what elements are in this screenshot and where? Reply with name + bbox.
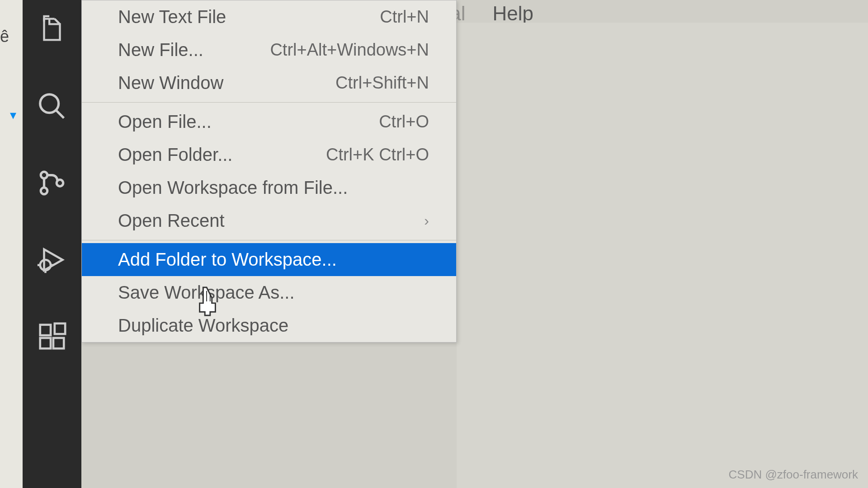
chevron-right-icon: ›	[424, 212, 429, 229]
menu-item-new-window[interactable]: New Window Ctrl+Shift+N	[82, 66, 456, 99]
menubar-help[interactable]: Help	[493, 2, 534, 25]
activity-bar	[23, 0, 81, 488]
svg-point-2	[41, 172, 47, 178]
svg-point-3	[41, 188, 47, 194]
menu-separator	[82, 102, 456, 103]
menu-label: Open File...	[118, 112, 212, 132]
menu-item-add-folder-to-workspace[interactable]: Add Folder to Workspace...	[82, 243, 456, 276]
editor-left-edge: ê ▾	[0, 0, 23, 488]
source-control-icon[interactable]	[36, 167, 68, 199]
left-edge-char: ê	[0, 27, 9, 46]
menu-shortcut: Ctrl+Shift+N	[335, 73, 429, 93]
editor-area	[457, 23, 868, 488]
menu-label: Open Recent	[118, 211, 225, 231]
menu-item-new-file[interactable]: New File... Ctrl+Alt+Windows+N	[82, 33, 456, 66]
menu-label: New Window	[118, 73, 223, 93]
svg-point-0	[40, 94, 59, 113]
file-dropdown-menu: New Text File Ctrl+N New File... Ctrl+Al…	[81, 0, 457, 343]
menu-separator	[82, 240, 456, 240]
svg-line-1	[56, 110, 64, 118]
menu-label: Duplicate Workspace	[118, 315, 288, 336]
menu-item-open-workspace-from-file[interactable]: Open Workspace from File...	[82, 171, 456, 204]
menu-item-open-folder[interactable]: Open Folder... Ctrl+K Ctrl+O	[82, 138, 456, 171]
svg-point-4	[57, 180, 63, 187]
menu-label: Open Folder...	[118, 145, 232, 165]
menu-item-new-text-file[interactable]: New Text File Ctrl+N	[82, 0, 456, 33]
svg-rect-13	[55, 324, 65, 334]
menu-label: New Text File	[118, 7, 226, 27]
menu-label: Save Workspace As...	[118, 282, 295, 303]
menu-label: New File...	[118, 40, 203, 60]
menu-item-open-file[interactable]: Open File... Ctrl+O	[82, 105, 456, 138]
menu-item-open-recent[interactable]: Open Recent ›	[82, 204, 456, 237]
menu-label: Open Workspace from File...	[118, 178, 348, 198]
svg-rect-12	[53, 338, 64, 348]
search-icon[interactable]	[36, 90, 68, 122]
svg-rect-10	[40, 325, 51, 335]
menu-shortcut: Ctrl+K Ctrl+O	[326, 145, 429, 164]
menu-item-save-workspace-as[interactable]: Save Workspace As...	[82, 276, 456, 309]
svg-rect-11	[40, 338, 51, 348]
extensions-icon[interactable]	[36, 321, 68, 352]
run-debug-icon[interactable]	[36, 244, 68, 276]
menu-label: Add Folder to Workspace...	[118, 249, 337, 270]
menu-item-duplicate-workspace[interactable]: Duplicate Workspace	[82, 309, 456, 342]
watermark-text: CSDN @zfoo-framework	[729, 468, 858, 482]
menu-shortcut: Ctrl+N	[380, 7, 429, 27]
left-edge-marker: ▾	[10, 108, 16, 122]
explorer-icon[interactable]	[36, 14, 68, 45]
menu-shortcut: Ctrl+O	[379, 112, 429, 131]
menu-shortcut: Ctrl+Alt+Windows+N	[270, 40, 429, 60]
